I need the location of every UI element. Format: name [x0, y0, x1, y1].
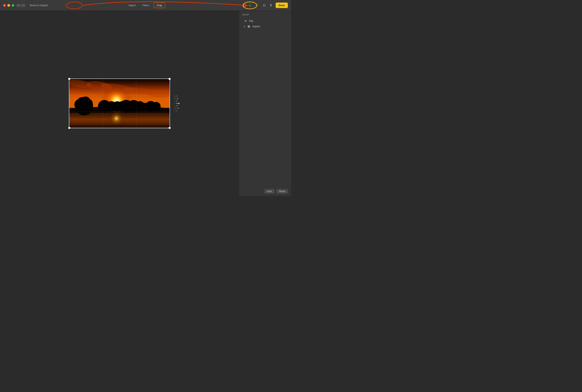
- dial-tick-0: 0 ◀: [174, 102, 179, 105]
- revert-button[interactable]: Revert to Original: [28, 3, 49, 8]
- emoji-button[interactable]: ☺: [248, 3, 252, 8]
- auto-button[interactable]: Auto: [264, 189, 274, 194]
- dial-tick-15: 5: [174, 95, 177, 98]
- crop-handle-top-right[interactable]: [169, 78, 170, 80]
- share-button[interactable]: ⬆: [269, 3, 273, 8]
- image-area: 5 10 5 0 ◀ -5 -10 s: [0, 11, 239, 196]
- flip-label: Flip: [249, 20, 253, 22]
- close-button[interactable]: [3, 4, 6, 7]
- panel-crop-section: CROP ⇆ Flip ▶ ▦ Aspect: [239, 11, 291, 30]
- view-ctrl-1: [16, 4, 20, 7]
- fullscreen-button[interactable]: [12, 4, 14, 7]
- dial-tick-5: 5: [174, 100, 177, 102]
- minimize-button[interactable]: [7, 4, 10, 7]
- view-ctrl-2: [21, 4, 25, 7]
- rotation-dial[interactable]: 5 10 5 0 ◀ -5 -10 s: [174, 95, 179, 112]
- dial-tick-neg10: -10: [174, 107, 179, 110]
- crop-button[interactable]: Crop: [154, 2, 165, 8]
- photo-canvas: [69, 79, 170, 127]
- toolbar-right: ℹ ☺ ♡ ⊡ ⬆ Done: [242, 2, 288, 8]
- right-panel: CROP ⇆ Flip ▶ ▦ Aspect Auto Reset: [239, 11, 291, 196]
- info-button[interactable]: ℹ: [242, 3, 245, 8]
- flip-icon: ⇆: [244, 19, 248, 22]
- panel-bottom: Auto Reset: [239, 186, 291, 196]
- traffic-lights: [3, 4, 14, 7]
- aspect-chevron-icon: ▶: [244, 25, 245, 28]
- aspect-label: Aspect: [252, 25, 260, 28]
- aspect-icon: ▦: [247, 25, 251, 28]
- crop-handle-top-left[interactable]: [68, 78, 70, 80]
- flip-item[interactable]: ⇆ Flip: [242, 18, 288, 24]
- toolbar-center: Adjust Filters Crop: [126, 2, 165, 8]
- crop-handle-bottom-left[interactable]: [68, 127, 70, 129]
- dial-tick-neg5: -5: [174, 104, 178, 107]
- crop-tool-button[interactable]: ⊡: [262, 3, 266, 8]
- heart-button[interactable]: ♡: [255, 3, 259, 8]
- crop-handle-bottom-right[interactable]: [169, 127, 170, 129]
- reset-button[interactable]: Reset: [276, 189, 288, 194]
- crop-container[interactable]: 5 10 5 0 ◀ -5 -10 s: [69, 79, 170, 128]
- adjust-button[interactable]: Adjust: [126, 3, 138, 8]
- filters-button[interactable]: Filters: [140, 3, 152, 8]
- dial-tick-neg15: s: [174, 110, 177, 112]
- aspect-item[interactable]: ▶ ▦ Aspect: [242, 24, 288, 29]
- main-content: 5 10 5 0 ◀ -5 -10 s CROP ⇆ Flip ▶ ▦ Aspe…: [0, 11, 291, 196]
- titlebar: Revert to Original Adjust Filters Crop ℹ…: [0, 0, 291, 11]
- panel-section-title: CROP: [242, 14, 288, 16]
- done-button[interactable]: Done: [276, 2, 288, 8]
- dial-tick-10: 10: [174, 98, 178, 100]
- window-controls: [16, 4, 25, 7]
